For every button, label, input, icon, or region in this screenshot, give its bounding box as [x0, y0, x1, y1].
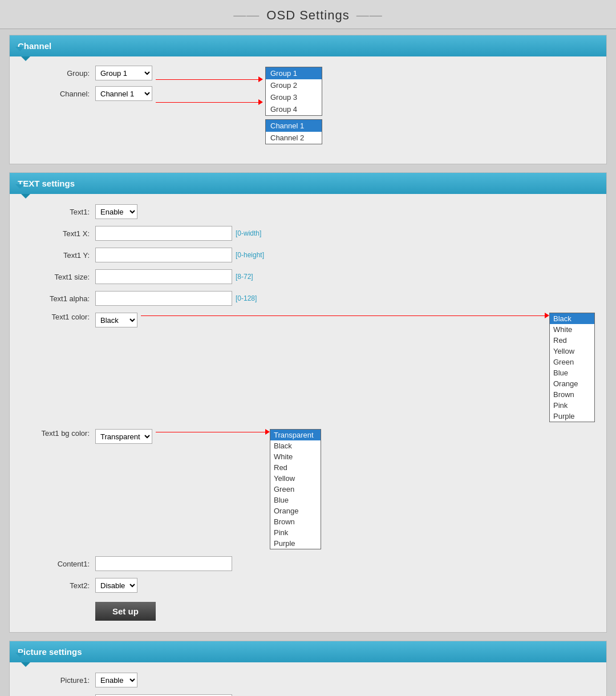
- text1alpha-input[interactable]: 128: [95, 291, 232, 306]
- bgcolor-popup-purple[interactable]: Purple: [270, 538, 321, 549]
- text1color-label: Text1 color:: [21, 313, 95, 321]
- picture-body: Picture1: Enable Disable Picture1 X: 12 …: [10, 662, 606, 696]
- text1-select[interactable]: Enable Disable: [95, 204, 137, 219]
- text1alpha-row: Text1 alpha: 128 [0-128]: [21, 291, 595, 306]
- group-label: Group:: [21, 69, 95, 78]
- bgcolor-popup-yellow[interactable]: Yellow: [270, 473, 321, 484]
- color-popup-brown[interactable]: Brown: [550, 389, 594, 400]
- color-popup-red[interactable]: Red: [550, 335, 594, 346]
- text-header: TEXT settings: [10, 173, 606, 194]
- picture1-select[interactable]: Enable Disable: [95, 673, 137, 687]
- bgcolor-popup-orange[interactable]: Orange: [270, 505, 321, 516]
- text1x-hint: [0-width]: [236, 229, 261, 237]
- text2-row: Text2: Enable Disable: [21, 578, 595, 593]
- channel-popup-item-2[interactable]: Channel 2: [266, 132, 322, 144]
- picture-section: Picture settings Picture1: Enable Disabl…: [9, 641, 607, 696]
- bgcolor-popup-brown[interactable]: Brown: [270, 516, 321, 527]
- text1-label: Text1:: [21, 208, 95, 216]
- group-popup-item-4[interactable]: Group 4: [266, 103, 322, 115]
- bgcolor-popup-green[interactable]: Green: [270, 484, 321, 495]
- page-title: OSD Settings: [0, 0, 616, 29]
- picture-header: Picture settings: [10, 641, 606, 662]
- text-header-wrap: TEXT settings: [10, 173, 606, 194]
- bgcolor-popup-black[interactable]: Black: [270, 440, 321, 451]
- channel-header-wrap: Channel: [10, 35, 606, 56]
- text1bgcolor-label: Text1 bg color:: [21, 429, 95, 438]
- text-body: Text1: Enable Disable Text1 X: 550 [0-wi…: [10, 194, 606, 632]
- text1bgcolor-popup: Transparent Black White Red Yellow Green…: [270, 429, 321, 549]
- text1x-input[interactable]: 550: [95, 226, 232, 241]
- text1y-row: Text1 Y: 100 [0-height]: [21, 248, 595, 262]
- picture1-row: Picture1: Enable Disable: [21, 673, 595, 687]
- channel-popup: Channel 1 Channel 2: [265, 119, 322, 144]
- bgcolor-popup-blue[interactable]: Blue: [270, 495, 321, 505]
- color-popup-orange[interactable]: Orange: [550, 378, 594, 389]
- text1y-input[interactable]: 100: [95, 248, 232, 262]
- bgcolor-popup-transparent[interactable]: Transparent: [270, 430, 321, 440]
- text2-label: Text2:: [21, 581, 95, 590]
- channel-popup-item-1[interactable]: Channel 1: [266, 120, 322, 132]
- channel-select[interactable]: Channel 1 Channel 2: [95, 86, 152, 101]
- color-popup-white[interactable]: White: [550, 324, 594, 335]
- text-setup-wrap: Set up: [21, 600, 595, 621]
- channel-body: Group: Group 1 Group 2 Group 3 Group 4 C…: [10, 56, 606, 164]
- text1size-input[interactable]: 72: [95, 269, 232, 284]
- bgcolor-popup-white[interactable]: White: [270, 451, 321, 462]
- color-popup-blue[interactable]: Blue: [550, 367, 594, 378]
- text1size-row: Text1 size: 72 [8-72]: [21, 269, 595, 284]
- content1-input[interactable]: [95, 556, 232, 571]
- color-popup-purple[interactable]: Purple: [550, 411, 594, 422]
- group-select[interactable]: Group 1 Group 2 Group 3 Group 4: [95, 66, 152, 80]
- text1x-label: Text1 X:: [21, 229, 95, 238]
- text1size-hint: [8-72]: [236, 273, 253, 281]
- text1alpha-hint: [0-128]: [236, 294, 257, 302]
- text-setup-button[interactable]: Set up: [95, 602, 156, 621]
- text1x-row: Text1 X: 550 [0-width]: [21, 226, 595, 241]
- content1-row: Content1:: [21, 556, 595, 571]
- group-popup-item-2[interactable]: Group 2: [266, 79, 322, 91]
- picture-header-wrap: Picture settings: [10, 641, 606, 662]
- color-popup-black[interactable]: Black: [550, 313, 594, 324]
- bgcolor-popup-red[interactable]: Red: [270, 462, 321, 473]
- text1y-hint: [0-height]: [236, 251, 264, 259]
- picture1-label: Picture1:: [21, 676, 95, 685]
- color-popup-pink[interactable]: Pink: [550, 400, 594, 411]
- color-popup-green[interactable]: Green: [550, 357, 594, 367]
- group-popup: Group 1 Group 2 Group 3 Group 4: [265, 67, 322, 116]
- text1alpha-label: Text1 alpha:: [21, 294, 95, 303]
- color-popup-yellow[interactable]: Yellow: [550, 346, 594, 357]
- text1color-popup: Black White Red Yellow Green Blue Orange…: [549, 313, 595, 422]
- channel-section: Channel Group: Group 1 Group 2 Group 3 G…: [9, 35, 607, 164]
- channel-header-label: Channel: [18, 41, 51, 51]
- text-header-label: TEXT settings: [18, 179, 75, 188]
- group-popup-item-3[interactable]: Group 3: [266, 91, 322, 103]
- text1bgcolor-select[interactable]: Transparent Black White Red Yellow Green…: [95, 429, 152, 444]
- channel-label: Channel:: [21, 90, 95, 98]
- text2-select[interactable]: Enable Disable: [95, 578, 137, 593]
- group-popup-item-1[interactable]: Group 1: [266, 67, 322, 79]
- text1y-label: Text1 Y:: [21, 251, 95, 260]
- text1size-label: Text1 size:: [21, 273, 95, 281]
- text1color-select[interactable]: Black White Red Yellow Green Blue Orange…: [95, 313, 137, 327]
- text-section: TEXT settings Text1: Enable Disable Text…: [9, 172, 607, 633]
- text1-row: Text1: Enable Disable: [21, 204, 595, 219]
- content1-label: Content1:: [21, 560, 95, 568]
- channel-header: Channel: [10, 35, 606, 56]
- bgcolor-popup-pink[interactable]: Pink: [270, 527, 321, 538]
- picture-header-label: Picture settings: [18, 647, 82, 657]
